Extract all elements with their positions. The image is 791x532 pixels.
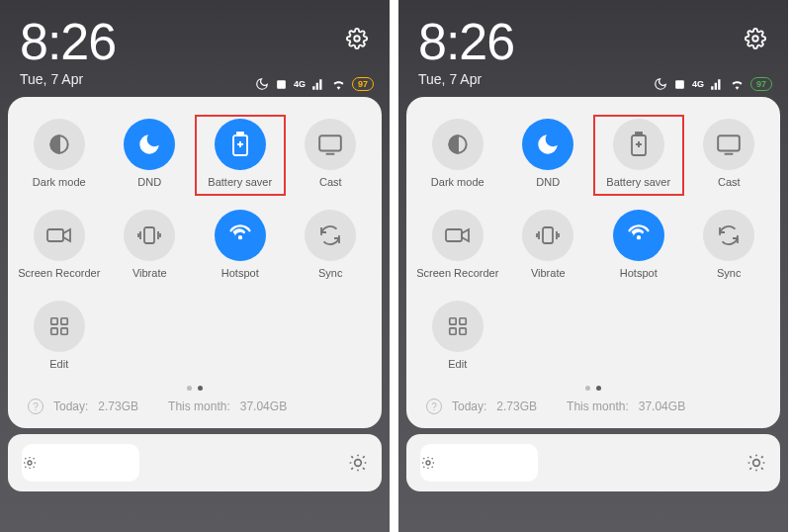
data-usage-icon: ? [28, 399, 44, 414]
svg-rect-23 [460, 318, 466, 324]
svg-rect-11 [61, 328, 67, 334]
toggle-hotspot[interactable]: Hotspot [593, 206, 684, 287]
toggle-label: DND [137, 176, 161, 188]
brightness-high-icon [348, 453, 368, 473]
toggle-sync[interactable]: Sync [684, 206, 775, 287]
toggle-edit[interactable]: Edit [14, 297, 105, 378]
data-today-value: 2.73GB [98, 399, 138, 413]
toggle-label: Sync [717, 267, 741, 279]
toggle-dark-mode[interactable]: Dark mode [412, 115, 503, 196]
toggle-battery-saver[interactable]: Battery saver [195, 115, 286, 196]
recorder-icon [34, 210, 85, 261]
toggle-label: Dark mode [431, 176, 484, 188]
svg-point-26 [426, 461, 430, 465]
toggle-label: DND [536, 176, 560, 188]
signal-icon [710, 78, 724, 90]
clock: 8:26 [418, 16, 768, 67]
brightness-fill [22, 444, 139, 482]
wifi-icon [331, 78, 346, 90]
toggle-cast[interactable]: Cast [684, 115, 775, 196]
svg-rect-8 [51, 318, 57, 324]
data-today-label: Today: [53, 399, 88, 413]
dnd-status-icon [654, 77, 667, 91]
svg-rect-20 [446, 229, 462, 241]
svg-rect-6 [47, 229, 63, 241]
data-month-label: This month: [567, 399, 629, 413]
clock: 8:26 [20, 16, 370, 67]
data-usage-row[interactable]: ? Today: 2.73GB This month: 37.04GB [14, 391, 376, 418]
edit-icon [34, 301, 85, 352]
toggle-dark-mode[interactable]: Dark mode [14, 115, 105, 196]
toggle-cast[interactable]: Cast [286, 115, 377, 196]
toggle-label: Vibrate [531, 267, 566, 279]
page-dot[interactable] [585, 386, 590, 391]
toggle-battery-saver[interactable]: Battery saver [593, 115, 684, 196]
settings-icon[interactable] [346, 28, 368, 49]
data-month-value: 37.04GB [240, 399, 287, 413]
battery-saver-icon [215, 119, 266, 170]
toggle-grid: Dark modeDNDBattery saverCastScreen Reco… [412, 115, 774, 378]
status-bar: 8:26 Tue, 7 Apr 4G 97 [398, 0, 788, 91]
svg-point-14 [752, 36, 758, 42]
toggle-vibrate[interactable]: Vibrate [105, 206, 196, 287]
toggle-grid: Dark modeDNDBattery saverCastScreen Reco… [14, 115, 376, 378]
network-4g-icon: 4G [294, 79, 306, 89]
settings-icon[interactable] [745, 28, 766, 49]
toggle-dnd[interactable]: DND [105, 115, 196, 196]
network-4g-icon: 4G [692, 79, 704, 89]
vibrate-icon [522, 210, 573, 261]
svg-point-12 [28, 461, 32, 465]
brightness-slider[interactable] [8, 434, 382, 491]
data-usage-row[interactable]: ? Today: 2.73GB This month: 37.04GB [412, 391, 774, 418]
toggle-label: Battery saver [208, 176, 272, 188]
phone-screenshot-right: 8:26 Tue, 7 Apr 4G 97 Dark modeDNDBatter… [398, 0, 791, 532]
svg-rect-9 [61, 318, 67, 324]
svg-rect-4 [237, 133, 243, 135]
svg-rect-1 [277, 80, 286, 89]
toggle-label: Battery saver [606, 176, 670, 188]
svg-point-13 [355, 460, 362, 467]
page-dot-active[interactable] [596, 386, 601, 391]
toggle-screen-recorder[interactable]: Screen Recorder [14, 206, 105, 287]
toggle-label: Dark mode [33, 176, 86, 188]
toggle-dnd[interactable]: DND [503, 115, 594, 196]
svg-point-27 [753, 460, 760, 467]
toggle-label: Vibrate [132, 267, 167, 279]
sim-icon [673, 78, 686, 91]
page-dot[interactable] [187, 386, 192, 391]
toggle-screen-recorder[interactable]: Screen Recorder [412, 206, 503, 287]
page-dot-active[interactable] [198, 386, 203, 391]
brightness-high-icon [747, 453, 766, 473]
toggle-label: Edit [49, 358, 68, 370]
sync-icon [703, 210, 754, 261]
quick-settings-panel: Dark modeDNDBattery saverCastScreen Reco… [406, 97, 780, 428]
toggle-edit[interactable]: Edit [412, 297, 503, 378]
dnd-icon [124, 119, 175, 170]
status-icons: 4G 97 [654, 77, 772, 91]
data-today-label: Today: [452, 399, 486, 413]
dark-mode-icon [432, 119, 483, 170]
svg-point-0 [354, 36, 360, 42]
svg-rect-25 [460, 328, 466, 334]
sync-icon [305, 210, 356, 261]
toggle-sync[interactable]: Sync [286, 206, 377, 287]
toggle-label: Screen Recorder [416, 267, 498, 279]
sim-icon [275, 78, 288, 91]
dnd-status-icon [255, 77, 269, 91]
svg-rect-19 [718, 135, 740, 150]
phone-screenshot-left: 8:26 Tue, 7 Apr 4G 97 Dark modeDNDBatter… [0, 0, 393, 532]
toggle-label: Edit [448, 358, 467, 370]
data-month-value: 37.04GB [639, 399, 685, 413]
data-month-label: This month: [168, 399, 230, 413]
cast-icon [305, 119, 356, 170]
recorder-icon [432, 210, 483, 261]
signal-icon [311, 78, 325, 90]
toggle-label: Sync [318, 267, 342, 279]
toggle-label: Screen Recorder [18, 267, 100, 279]
brightness-slider[interactable] [406, 434, 780, 491]
battery-indicator: 97 [750, 77, 772, 91]
status-bar: 8:26 Tue, 7 Apr 4G 97 [0, 0, 390, 91]
toggle-hotspot[interactable]: Hotspot [195, 206, 286, 287]
toggle-vibrate[interactable]: Vibrate [503, 206, 594, 287]
brightness-low-icon [22, 455, 38, 471]
